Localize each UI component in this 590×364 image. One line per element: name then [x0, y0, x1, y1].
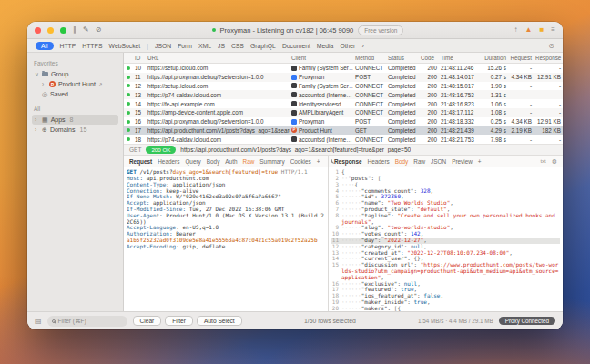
sidebar-item-product-hunt[interactable]: ›PProduct Hunt↗ [39, 79, 118, 89]
cell-response-size: 12.91 KB [534, 118, 563, 125]
minimize-button[interactable] [47, 27, 54, 34]
response-tab-preview[interactable]: Preview [452, 158, 473, 165]
filter-tab-form[interactable]: Form [178, 43, 192, 49]
zoom-button[interactable] [60, 27, 66, 34]
cell-client: accountsd (Interne… [290, 136, 353, 143]
response-tab-add[interactable]: + [478, 158, 482, 165]
gear-icon[interactable]: ⚙ [552, 158, 557, 165]
request-tab-raw[interactable]: Raw [243, 158, 255, 165]
column-header-status[interactable]: Status [386, 55, 419, 61]
client-app-icon [291, 92, 297, 97]
column-header-duration[interactable]: Duration [481, 55, 508, 61]
request-tab-summary[interactable]: Summary [259, 158, 284, 165]
table-row[interactable]: 15https://amp-device-content.apple.comAM… [124, 108, 563, 117]
cell-url: https://setup.icloud.com [146, 83, 290, 89]
secure-indicator [124, 76, 133, 79]
request-pane: Request HeadersQueryBodyAuthRawSummaryCo… [124, 156, 329, 311]
sidebar-item-saved[interactable]: ◎Saved [32, 89, 118, 99]
table-row[interactable]: 10https://setup.icloud.comFamily (System… [124, 64, 563, 73]
table-row[interactable]: 11https://api.proxyman.debug/?setversion… [124, 73, 563, 82]
filter-tab-›[interactable]: › [361, 43, 363, 49]
folder-icon[interactable]: ■ [539, 26, 544, 34]
encoding-label: txt [540, 158, 545, 164]
column-header-request[interactable]: Request [508, 55, 534, 61]
filter-tab-other[interactable]: Other [340, 43, 355, 49]
response-tab-raw[interactable]: Raw [413, 158, 425, 165]
filter-tab-media[interactable]: Media [317, 43, 334, 49]
cell-url: https://amp-device-content.apple.com [146, 109, 290, 116]
lock-green-icon [127, 102, 130, 106]
filter-tab-all[interactable]: All [36, 42, 54, 50]
request-tab-add[interactable]: + [317, 158, 320, 165]
proxyman-window: ∥ ✎ ⊘ Proxyman - Listening on cv182 | 06… [27, 22, 563, 329]
cell-response-size: 12.91 KB [534, 74, 563, 80]
request-pane-label: Request [129, 158, 152, 165]
filter-tab-websocket[interactable]: WebSocket [109, 43, 141, 49]
external-link-icon: ↗ [98, 81, 103, 87]
cell-duration: 7.98 s [481, 136, 508, 143]
cell-request-size: - [508, 136, 534, 143]
response-tab-body[interactable]: Body [395, 158, 409, 165]
cell-id: 11 [133, 74, 146, 80]
auto-select-button[interactable]: Auto Select [197, 316, 242, 326]
table-row[interactable]: 18https://p74-caldav.icloud.comaccountsd… [124, 135, 563, 144]
proxy-status-badge[interactable]: Proxy Connected [499, 317, 555, 325]
clear-button[interactable]: Clear [133, 316, 162, 326]
filter-settings-icon[interactable]: ⊙ [548, 42, 554, 50]
table-header[interactable]: IDURLClientMethodStatusCodeTimeDurationR… [124, 53, 563, 64]
compose-icon[interactable]: ✎ [83, 26, 89, 34]
request-tab-cookies[interactable]: Cookies [290, 158, 311, 165]
request-tab-headers[interactable]: Headers [158, 158, 179, 165]
response-json-body[interactable]: 1{2··"posts": [3····{4······"comments_co… [329, 167, 563, 311]
column-header-client[interactable]: Client [290, 55, 353, 61]
filter-tab-http[interactable]: HTTP [60, 43, 76, 49]
sidebar-item-group[interactable]: ∨Group [32, 69, 118, 79]
filter-tab-xml[interactable]: XML [198, 43, 211, 49]
table-row[interactable]: 12https://setup.icloud.comFamily (System… [124, 82, 563, 91]
column-header-url[interactable]: URL [146, 55, 290, 61]
table-row[interactable]: 16https://api.proxyman.debug/?setversion… [124, 117, 563, 126]
request-tab-auth[interactable]: Auth [225, 158, 237, 165]
expander-icon[interactable]: › [35, 116, 39, 123]
column-header-response[interactable]: Response [534, 55, 563, 61]
lock-green-icon [127, 128, 130, 132]
share-icon[interactable]: ↑ [514, 26, 518, 34]
method-label: GET [129, 147, 141, 153]
sidebar-item-domains[interactable]: ›⊕Domains15 [32, 125, 118, 135]
column-header-code[interactable]: Code [419, 55, 439, 61]
window-title: Proxyman - Listening on cv182 | 06:45 90… [220, 26, 354, 35]
response-tab-headers[interactable]: Headers [368, 158, 390, 165]
clear-session-icon[interactable]: ⊘ [96, 26, 102, 34]
request-tab-body[interactable]: Body [207, 158, 220, 165]
expander-icon[interactable]: › [35, 126, 39, 133]
request-raw-body[interactable]: GET /v1/posts?days_ago=1&search[featured… [124, 167, 328, 311]
ssl-warning-icon[interactable]: ▲ [525, 26, 533, 34]
pause-capture-icon[interactable]: ∥ [73, 26, 76, 34]
column-header-id[interactable]: ID [133, 55, 146, 61]
filter-tab-js[interactable]: JS [218, 43, 225, 49]
sidebar-toggle-icon[interactable]: ▤ [35, 317, 42, 325]
filter-tab-https[interactable]: HTTPS [82, 43, 102, 49]
filter-tab-json[interactable]: JSON [155, 43, 171, 49]
filter-tab-css[interactable]: CSS [231, 43, 244, 49]
column-header-time[interactable]: Time [439, 55, 481, 61]
filter-button[interactable]: Filter [165, 316, 193, 326]
layout-toggle-icon[interactable]: ≡ [551, 26, 555, 34]
response-tab-json[interactable]: JSON [431, 158, 446, 165]
close-button[interactable] [35, 27, 41, 34]
table-row[interactable]: 17https://api.producthunt.com/v1/posts?d… [124, 126, 563, 136]
column-header-method[interactable]: Method [353, 55, 386, 61]
quick-filter-input[interactable]: Filter (⌘F) [47, 316, 127, 327]
desktop-wallpaper: ∥ ✎ ⊘ Proxyman - Listening on cv182 | 06… [0, 0, 590, 364]
cell-code: 200 [419, 65, 439, 71]
client-name: Family (System Ser… [299, 65, 353, 71]
expander-icon[interactable]: ∨ [35, 71, 39, 78]
expander-icon[interactable]: › [42, 81, 46, 87]
filter-tab-graphql[interactable]: GraphQL [250, 43, 276, 49]
cell-response-size: - [534, 83, 563, 89]
sidebar-item-apps[interactable]: ›▦Apps8 [32, 115, 118, 125]
filter-tab-document[interactable]: Document [282, 43, 310, 49]
request-tab-query[interactable]: Query [185, 158, 200, 165]
table-row[interactable]: 13https://p74-caldav.icloud.comaccountsd… [124, 90, 563, 99]
table-row[interactable]: 14https://fe-api.example.comidentityserv… [124, 99, 563, 108]
